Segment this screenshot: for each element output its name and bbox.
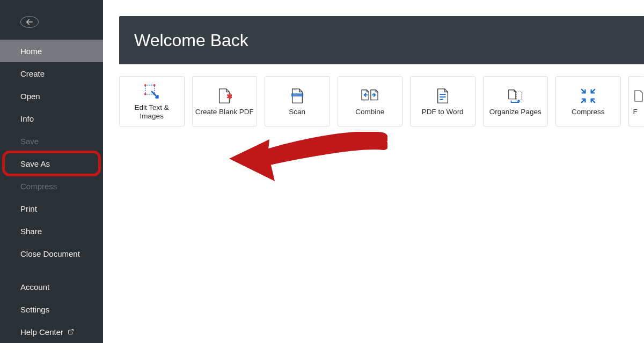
svg-point-5 bbox=[144, 93, 147, 95]
combine-icon bbox=[361, 87, 379, 105]
sidebar-item-open[interactable]: Open bbox=[0, 85, 103, 107]
sidebar-item-label: Save As bbox=[20, 159, 50, 168]
sidebar-item-info[interactable]: Info bbox=[0, 107, 103, 130]
sidebar-item-label: Settings bbox=[20, 305, 49, 314]
sidebar-item-print[interactable]: Print bbox=[0, 197, 103, 220]
external-link-icon bbox=[68, 329, 74, 335]
svg-point-3 bbox=[144, 84, 147, 86]
main-content: Welcome Back Edit Text & Images bbox=[103, 0, 644, 343]
create-blank-pdf-icon: ✱ bbox=[217, 87, 232, 105]
card-pdf-to-word[interactable]: PDF to Word bbox=[410, 76, 475, 126]
sidebar-item-label: Compress bbox=[20, 182, 57, 191]
sidebar-item-save: Save bbox=[0, 130, 103, 152]
card-label: Scan bbox=[289, 108, 305, 116]
sidebar-item-close-document[interactable]: Close Document bbox=[0, 242, 103, 265]
compress-icon bbox=[580, 87, 596, 105]
sidebar-item-create[interactable]: Create bbox=[0, 62, 103, 85]
card-label: F bbox=[633, 108, 638, 116]
sidebar-nav: Home Create Open Info Save Save As Compr… bbox=[0, 40, 103, 343]
svg-line-1 bbox=[70, 330, 74, 333]
scan-icon bbox=[290, 87, 305, 105]
edit-text-images-icon bbox=[144, 83, 160, 100]
sidebar: Home Create Open Info Save Save As Compr… bbox=[0, 0, 103, 343]
sidebar-item-settings[interactable]: Settings bbox=[0, 298, 103, 320]
card-label: Create Blank PDF bbox=[195, 108, 254, 116]
card-label: Organize Pages bbox=[489, 108, 541, 116]
sidebar-item-home[interactable]: Home bbox=[0, 40, 103, 62]
card-create-blank-pdf[interactable]: ✱ Create Blank PDF bbox=[192, 76, 258, 126]
card-organize-pages[interactable]: Organize Pages bbox=[483, 76, 548, 126]
annotation-arrow bbox=[224, 132, 387, 185]
back-arrow-icon bbox=[25, 18, 34, 26]
card-edit-text-images[interactable]: Edit Text & Images bbox=[119, 76, 185, 126]
sidebar-item-label: Open bbox=[20, 92, 40, 101]
page-title: Welcome Back bbox=[134, 31, 248, 50]
svg-text:✱: ✱ bbox=[226, 92, 232, 101]
sidebar-item-account[interactable]: Account bbox=[0, 275, 103, 298]
back-button[interactable] bbox=[20, 16, 39, 28]
pdf-to-word-icon bbox=[435, 87, 450, 105]
sidebar-item-label: Account bbox=[20, 282, 49, 292]
sidebar-item-label: Close Document bbox=[20, 249, 80, 258]
sidebar-item-label: Help Center bbox=[20, 327, 63, 337]
card-label: PDF to Word bbox=[422, 108, 464, 116]
sidebar-item-label: Home bbox=[20, 47, 42, 56]
card-scan[interactable]: Scan bbox=[265, 76, 330, 126]
welcome-header: Welcome Back bbox=[119, 16, 644, 64]
svg-point-4 bbox=[153, 84, 156, 86]
partial-icon bbox=[633, 87, 644, 105]
card-label: Compress bbox=[572, 108, 605, 116]
sidebar-item-label: Print bbox=[20, 204, 37, 213]
quick-action-cards: Edit Text & Images ✱ Create Blank PDF bbox=[119, 76, 644, 126]
sidebar-item-label: Info bbox=[20, 114, 34, 123]
sidebar-item-help-center[interactable]: Help Center bbox=[0, 320, 103, 343]
annotation-highlight-ring bbox=[2, 151, 101, 176]
organize-pages-icon bbox=[507, 87, 523, 105]
svg-rect-12 bbox=[516, 92, 522, 100]
card-label: Edit Text & Images bbox=[122, 103, 182, 120]
sidebar-item-label: Save bbox=[20, 137, 39, 146]
sidebar-item-share[interactable]: Share bbox=[0, 220, 103, 242]
card-partial[interactable]: F bbox=[628, 76, 644, 126]
card-label: Combine bbox=[355, 108, 384, 116]
sidebar-item-label: Share bbox=[20, 227, 42, 236]
sidebar-item-label: Create bbox=[20, 69, 45, 78]
card-combine[interactable]: Combine bbox=[338, 76, 403, 126]
sidebar-item-save-as[interactable]: Save As bbox=[0, 152, 103, 175]
card-compress[interactable]: Compress bbox=[555, 76, 621, 126]
sidebar-item-compress: Compress bbox=[0, 175, 103, 197]
